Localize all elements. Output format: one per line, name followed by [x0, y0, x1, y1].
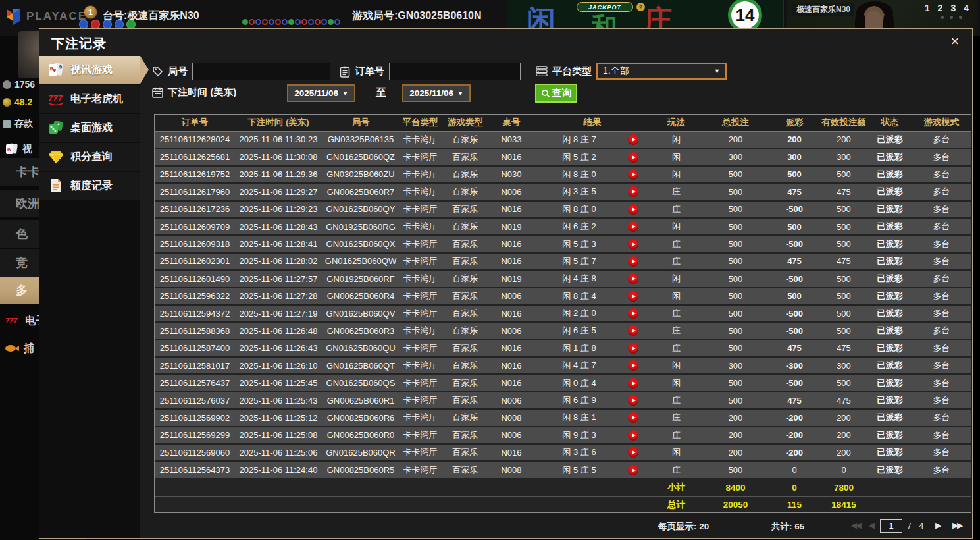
- col-valid-bet: 有效投注额: [819, 115, 869, 131]
- money-icon: [3, 98, 11, 107]
- col-round-no: 局号: [322, 115, 400, 131]
- sidebar-item-slots[interactable]: 777 电子老虎机: [39, 85, 140, 113]
- result-text: 闲 6 庄 9: [550, 394, 608, 406]
- user-count-stat: 1756: [3, 79, 35, 90]
- play-video-button[interactable]: [628, 378, 638, 389]
- play-video-button[interactable]: [628, 169, 638, 180]
- play-video-button[interactable]: [628, 186, 638, 197]
- round-input[interactable]: [192, 63, 330, 80]
- play-video-button[interactable]: [628, 343, 638, 354]
- video-tab[interactable]: 1: [925, 3, 930, 13]
- bet-records-modal: 下注记录 × 9 K 视讯游戏 777 电子老虎机: [39, 28, 973, 539]
- game-round-label: 游戏局号:GN03025B0610N: [352, 9, 482, 23]
- table-row: 2511061125883682025-11-06 11:26:48GN0062…: [155, 322, 971, 339]
- play-video-button[interactable]: [628, 273, 638, 284]
- prev-page-button[interactable]: ◀: [868, 520, 875, 530]
- dice-icon: [47, 120, 64, 136]
- next-page-button[interactable]: ▶: [935, 520, 942, 530]
- col-total-bet: 总投注: [701, 115, 770, 131]
- sidebar-item-credit-log[interactable]: 额度记录: [39, 172, 140, 200]
- col-game-mode: 游戏模式: [911, 115, 971, 131]
- result-text: 闲 0 庄 4: [550, 377, 608, 389]
- modal-sidebar: 9 K 视讯游戏 777 电子老虎机: [39, 56, 140, 538]
- video-tab[interactable]: 4: [964, 3, 969, 13]
- sidebar-item-live-games[interactable]: 9 K 视讯游戏: [39, 56, 140, 84]
- deposit-button[interactable]: 存款: [3, 118, 33, 130]
- play-video-button[interactable]: [628, 465, 638, 475]
- diamond-icon: [47, 149, 64, 165]
- play-video-button[interactable]: [628, 152, 638, 163]
- last-page-button[interactable]: ▶▶: [952, 520, 962, 530]
- logo-text: PLAYACE: [26, 10, 87, 23]
- play-video-button[interactable]: [628, 291, 638, 302]
- result-text: 闲 6 庄 5: [550, 325, 608, 337]
- play-video-button[interactable]: [628, 325, 638, 336]
- balance-stat: 48.2: [3, 97, 32, 107]
- road-dot: [282, 19, 288, 25]
- play-video-button[interactable]: [628, 221, 638, 232]
- table-row: 2511061125643732025-11-06 11:24:40GN0082…: [155, 461, 971, 478]
- result-text: 闲 5 庄 2: [550, 151, 608, 163]
- page-number-input[interactable]: [880, 519, 902, 533]
- result-text: 闲 4 庄 7: [550, 360, 608, 371]
- play-video-button[interactable]: [628, 360, 638, 371]
- road-dot: [255, 19, 261, 25]
- svg-text:K: K: [7, 146, 11, 152]
- platform-select[interactable]: 1.全部 ▼: [596, 63, 727, 80]
- play-video-button[interactable]: [628, 308, 638, 319]
- play-video-button[interactable]: [628, 134, 638, 145]
- road-dot: [262, 19, 268, 25]
- pagination-bar: 每页显示: 20 共计: 65 ◀◀ ◀ / 4 ▶ ▶▶: [154, 517, 971, 537]
- result-text: 闲 8 庄 7: [550, 134, 608, 146]
- result-text: 闲 3 庄 5: [550, 186, 608, 198]
- roadmap-dots: [242, 19, 340, 25]
- total-row: 总计2005011518415: [155, 496, 971, 513]
- play-video-button[interactable]: [628, 239, 638, 250]
- chevron-down-icon: ▼: [714, 68, 720, 74]
- person-icon: [3, 80, 11, 89]
- play-video-button[interactable]: [628, 430, 638, 441]
- subtotal-row: 小计840007800: [155, 479, 971, 497]
- video-table-tabs[interactable]: 1234: [925, 3, 969, 13]
- app-root: PLAYACE 1 台号:极速百家乐N30 游戏局号:GN03025B0610N…: [0, 0, 980, 540]
- search-button[interactable]: 查询: [535, 84, 577, 103]
- order-filter-label: 订单号: [355, 65, 384, 78]
- order-input[interactable]: [389, 63, 521, 80]
- clipboard-icon: [340, 66, 350, 78]
- modal-content: 局号 订单号: [140, 56, 972, 538]
- result-text: 闲 5 庄 3: [550, 238, 608, 250]
- chevron-down-icon: ▼: [457, 90, 463, 97]
- calendar-icon: [152, 87, 163, 98]
- bet-time-filter: 下注时间 (美东): [152, 86, 236, 99]
- video-tab[interactable]: 2: [938, 3, 943, 13]
- road-dot: [308, 19, 314, 25]
- svg-text:9: 9: [59, 65, 62, 69]
- date-from-select[interactable]: 2025/11/06 ▼: [287, 84, 355, 102]
- table-row: 2511061125690602025-11-06 11:25:06GN0162…: [155, 444, 971, 461]
- first-page-button[interactable]: ◀◀: [850, 520, 860, 530]
- col-game-type: 游戏类型: [441, 115, 490, 131]
- sidebar-item-points[interactable]: 积分查询: [39, 143, 140, 171]
- result-text: 闲 8 庄 1: [550, 412, 608, 423]
- road-dot: [315, 19, 321, 25]
- order-filter: 订单号: [340, 63, 521, 80]
- play-video-button[interactable]: [628, 395, 638, 406]
- fish-icon: [5, 345, 16, 352]
- play-video-button[interactable]: [628, 204, 638, 215]
- play-video-button[interactable]: [628, 256, 638, 267]
- road-dot: [301, 19, 307, 25]
- road-dot: [242, 19, 248, 25]
- play-video-button[interactable]: [628, 447, 638, 458]
- platform-list-icon: [536, 66, 548, 76]
- video-tab[interactable]: 3: [950, 3, 956, 13]
- stat-badge: [115, 20, 124, 29]
- date-to-select[interactable]: 2025/11/06 ▼: [402, 84, 471, 102]
- result-text: 闲 9 庄 3: [550, 429, 608, 441]
- slot-777-icon: 777: [47, 91, 64, 107]
- sidebar-item-table-games[interactable]: 桌面游戏: [39, 114, 140, 142]
- close-icon[interactable]: ×: [946, 33, 964, 50]
- table-row: 2511061126023012025-11-06 11:28:02GN0162…: [155, 253, 971, 270]
- slot-777-icon: 777: [5, 317, 17, 325]
- result-text: 闲 5 庄 5: [550, 464, 608, 476]
- play-video-button[interactable]: [628, 412, 638, 423]
